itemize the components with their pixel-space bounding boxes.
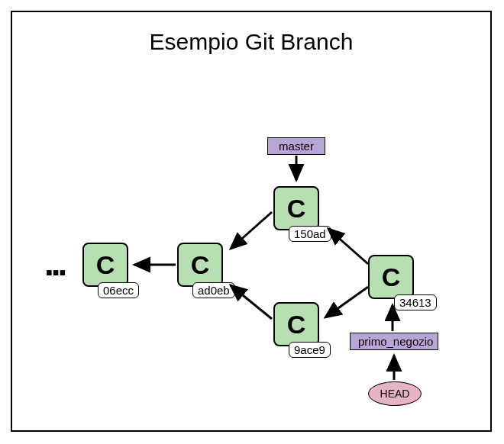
arrow-34613-to-9ace9 — [325, 287, 368, 317]
diagram-title: Esempio Git Branch — [12, 29, 490, 55]
commit-hash-ad0eb: ad0eb — [192, 282, 235, 298]
branch-label-primo-negozio: primo_negozio — [350, 333, 438, 350]
commit-hash-06ecc: 06ecc — [98, 282, 139, 298]
commit-node-ad0eb: C — [177, 243, 223, 287]
head-label: HEAD — [368, 381, 422, 406]
branch-label-master: master — [267, 137, 325, 155]
diagram-frame: Esempio Git Branch ... C 06ecc C ad0eb C… — [11, 11, 492, 432]
commit-hash-9ace9: 9ace9 — [289, 342, 331, 358]
commit-hash-34613: 34613 — [394, 294, 437, 310]
commit-node-34613: C — [368, 255, 414, 299]
commit-node-9ace9: C — [273, 302, 319, 346]
arrow-9ace9-to-ad0eb — [231, 285, 272, 319]
commit-node-150ad: C — [273, 186, 319, 230]
ellipsis-icon: ... — [44, 243, 64, 284]
arrow-34613-to-150ad — [328, 229, 368, 264]
arrows-layer — [12, 12, 493, 433]
arrow-150ad-to-ad0eb — [231, 212, 272, 249]
commit-hash-150ad: 150ad — [289, 226, 331, 242]
commit-node-06ecc: C — [82, 243, 128, 287]
